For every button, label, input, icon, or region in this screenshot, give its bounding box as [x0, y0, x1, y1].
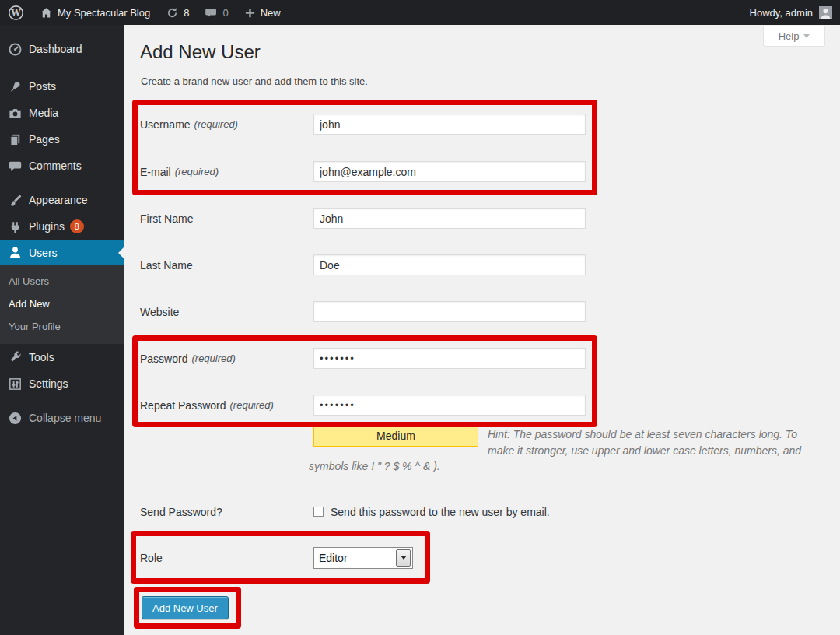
site-name-menu[interactable]: My Spectacular Blog	[32, 0, 158, 25]
password-row: Password(required)	[140, 348, 586, 369]
plug-icon	[7, 219, 23, 234]
chevron-down-icon	[396, 549, 411, 567]
dashboard-icon	[7, 41, 23, 57]
password-strength-row: Medium Hint: The password should be at l…	[313, 426, 808, 459]
sidebar-item-label: Posts	[29, 80, 56, 93]
sidebar-item-comments[interactable]: Comments	[0, 153, 124, 179]
sidebar-item-add-new[interactable]: Add New	[0, 293, 124, 315]
repeat-password-label: Repeat Password(required)	[140, 399, 313, 412]
role-label: Role	[140, 552, 313, 564]
send-password-checkbox[interactable]	[313, 507, 324, 517]
wordpress-logo-icon: W	[8, 5, 24, 21]
sidebar-item-label: Tools	[29, 351, 54, 363]
updates-icon	[166, 6, 179, 19]
chevron-down-icon	[803, 34, 810, 38]
password-hint: Hint: The password should be at least se…	[488, 426, 808, 459]
help-button[interactable]: Help	[763, 26, 825, 47]
sidebar-item-pages[interactable]: Pages	[0, 126, 124, 153]
comments-menu[interactable]: 0	[197, 0, 236, 25]
add-new-user-button[interactable]: Add New User	[142, 596, 229, 619]
sidebar-item-label: Media	[29, 107, 58, 119]
sidebar-item-all-users[interactable]: All Users	[0, 270, 124, 293]
repeat-password-field[interactable]	[313, 395, 586, 416]
camera-icon	[7, 105, 23, 121]
last-name-field[interactable]	[313, 254, 586, 275]
comment-bubble-icon	[205, 6, 218, 19]
send-password-checkbox-label: Send this password to the new user by em…	[331, 506, 550, 518]
sidebar-item-label: Plugins	[29, 220, 65, 233]
sidebar-item-posts[interactable]: Posts	[0, 73, 124, 100]
first-name-field[interactable]	[313, 208, 586, 229]
collapse-menu-label: Collapse menu	[29, 412, 101, 424]
website-row: Website	[140, 301, 586, 322]
sidebar-item-plugins[interactable]: Plugins 8	[0, 213, 124, 240]
repeat-password-row: Repeat Password(required)	[140, 395, 586, 416]
active-menu-arrow	[118, 247, 124, 259]
wrench-icon	[7, 349, 23, 365]
sidebar-item-users[interactable]: Users	[0, 240, 124, 265]
first-name-row: First Name	[140, 208, 586, 229]
home-icon	[40, 6, 53, 19]
username-row: Username(required)	[140, 114, 586, 135]
site-name: My Spectacular Blog	[58, 7, 150, 19]
first-name-label: First Name	[140, 212, 313, 225]
sidebar-item-label: Users	[29, 247, 58, 259]
avatar	[819, 6, 832, 19]
last-name-label: Last Name	[140, 259, 313, 272]
sliders-icon	[7, 376, 23, 391]
sidebar-item-label: Appearance	[29, 194, 88, 206]
pages-icon	[7, 132, 23, 147]
comment-bubble-icon	[7, 158, 23, 174]
sidebar-item-media[interactable]: Media	[0, 100, 124, 126]
email-field[interactable]	[313, 161, 586, 182]
admin-bar: W My Spectacular Blog 8 0 Ne	[0, 0, 840, 25]
new-content-menu[interactable]: New	[236, 0, 289, 25]
send-password-label: Send Password?	[140, 506, 313, 518]
user-icon	[7, 245, 23, 261]
new-label: New	[261, 7, 281, 19]
password-field[interactable]	[313, 348, 586, 369]
collapse-circle-icon	[7, 410, 23, 426]
sidebar-item-settings[interactable]: Settings	[0, 370, 124, 397]
plugins-update-badge: 8	[70, 219, 84, 233]
email-row: E-mail(required)	[140, 161, 586, 182]
email-label: E-mail(required)	[140, 166, 313, 178]
username-input[interactable]	[313, 114, 586, 135]
brush-icon	[7, 192, 23, 208]
users-submenu: All Users Add New Your Profile	[0, 265, 124, 344]
last-name-row: Last Name	[140, 254, 586, 275]
sidebar-item-appearance[interactable]: Appearance	[0, 187, 124, 213]
update-count: 8	[184, 7, 189, 19]
role-row: Role Editor	[140, 547, 413, 568]
howdy-text: Howdy, admin	[750, 7, 813, 19]
sidebar-item-label: Pages	[29, 133, 60, 146]
sidebar-item-your-profile[interactable]: Your Profile	[0, 315, 124, 338]
send-password-row: Send Password? Send this password to the…	[140, 501, 550, 522]
role-select-value: Editor	[314, 552, 396, 564]
website-field[interactable]	[313, 301, 586, 322]
password-label: Password(required)	[140, 353, 313, 365]
role-select[interactable]: Editor	[313, 547, 413, 569]
sidebar: Dashboard Posts Media Pages Comments App…	[0, 25, 124, 635]
account-menu[interactable]: Howdy, admin	[750, 6, 840, 19]
main-content: Add New User Create a brand new user and…	[124, 25, 840, 635]
sidebar-item-label: Settings	[29, 377, 68, 390]
help-label: Help	[779, 30, 800, 42]
page-title: Add New User	[124, 25, 840, 63]
sidebar-item-label: Dashboard	[29, 43, 82, 55]
username-label: Username(required)	[140, 118, 313, 131]
sidebar-item-label: Comments	[29, 160, 82, 172]
page-subtitle: Create a brand new user and add them to …	[124, 63, 840, 87]
password-strength-meter: Medium	[313, 426, 478, 447]
sidebar-item-dashboard[interactable]: Dashboard	[0, 36, 124, 62]
comment-count: 0	[222, 7, 228, 19]
updates-menu[interactable]: 8	[158, 0, 197, 25]
collapse-menu-button[interactable]: Collapse menu	[0, 405, 124, 431]
wordpress-logo-icon[interactable]: W	[0, 0, 32, 25]
pushpin-icon	[7, 79, 23, 94]
password-hint-continued: symbols like ! " ? $ % ^ & ).	[309, 460, 440, 472]
sidebar-item-tools[interactable]: Tools	[0, 344, 124, 370]
plus-icon	[244, 7, 256, 19]
website-label: Website	[140, 306, 313, 318]
svg-text:W: W	[10, 8, 21, 18]
